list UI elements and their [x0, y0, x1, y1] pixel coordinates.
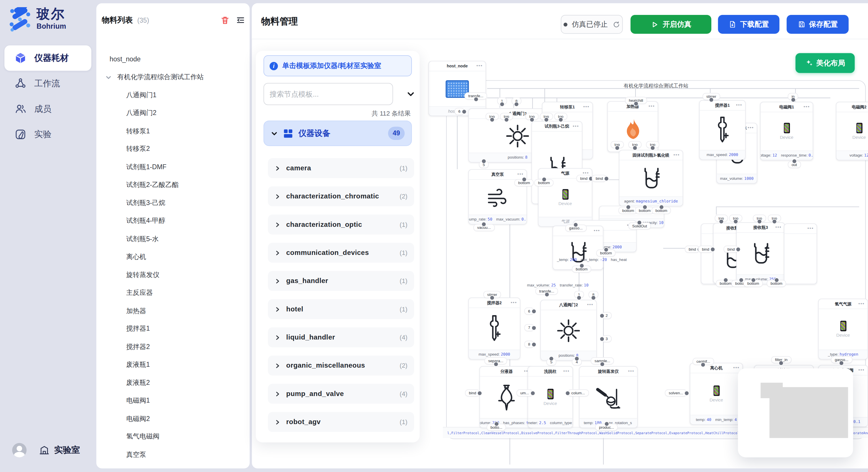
port-handle-icon[interactable] — [490, 117, 495, 122]
tree-item-1[interactable]: 八通阀门2 — [96, 104, 250, 123]
port-handle-icon[interactable] — [531, 342, 536, 347]
port-top[interactable]: top — [715, 215, 727, 221]
port-handle-icon[interactable] — [600, 336, 604, 341]
node-menu-icon[interactable]: ••• — [733, 365, 740, 370]
port-separa[interactable]: separa... — [485, 358, 507, 364]
port-handle-icon[interactable] — [473, 97, 478, 102]
port-handle-icon[interactable] — [736, 247, 741, 251]
port-handle-icon[interactable] — [632, 145, 637, 150]
tree-item-15[interactable]: 废液瓶1 — [96, 356, 250, 374]
node-电磁阀2[interactable]: 电磁阀2•••Devicevoltage:12 — [836, 102, 868, 160]
tree-item-8[interactable]: 试剂瓶5-水 — [96, 230, 250, 248]
port-top[interactable]: top — [730, 215, 742, 221]
node-搅拌器2[interactable]: 搅拌器2•••max_speed:2000 — [468, 298, 520, 360]
port-handle-icon[interactable] — [504, 117, 509, 122]
search-input[interactable] — [264, 83, 393, 105]
node-真空泵[interactable]: 真空泵•••pump_rate:50max_vacuum:0.1 — [468, 169, 527, 225]
node-menu-icon[interactable]: ••• — [804, 104, 810, 109]
port-botto[interactable]: botto... — [487, 424, 505, 430]
node-menu-icon[interactable]: ••• — [673, 152, 680, 157]
node-离心机[interactable]: 离心机•••Devicetemp:40min_temp:4 — [690, 363, 743, 425]
node-接收瓶3[interactable]: 接收瓶3•••max_volume:250 — [736, 222, 785, 284]
port-transfe[interactable]: transfe... — [536, 288, 558, 294]
port-top[interactable]: top — [611, 142, 623, 148]
port-handle-icon[interactable] — [558, 117, 563, 122]
category-gas_handler[interactable]: gas_handler(1) — [268, 271, 414, 291]
port-in[interactable]: in — [788, 94, 798, 100]
save-config-button[interactable]: 保存配置 — [786, 15, 848, 34]
port-top[interactable]: top — [768, 215, 780, 221]
tree-item-0[interactable]: 八通阀门1 — [96, 86, 250, 104]
node-menu-icon[interactable]: ••• — [858, 301, 865, 306]
port-out[interactable]: out — [788, 162, 800, 167]
port-handle-icon[interactable] — [637, 220, 642, 225]
tree-item-14[interactable]: 搅拌器2 — [96, 338, 250, 356]
port-handle-icon[interactable] — [650, 145, 655, 150]
sidebar-item-experiments[interactable]: 实验 — [4, 122, 91, 147]
port-top[interactable]: top — [753, 215, 766, 221]
port-bottom[interactable]: bottom — [636, 207, 654, 213]
node-menu-icon[interactable]: ••• — [476, 63, 483, 68]
port-handle-icon[interactable] — [575, 356, 579, 361]
port-handle-icon[interactable] — [709, 97, 714, 102]
port-6[interactable]: 6 — [525, 308, 534, 314]
port-handle-icon[interactable] — [565, 391, 570, 396]
category-pump_and_valve[interactable]: pump_and_valve(4) — [268, 384, 414, 403]
port-stirrer[interactable]: stirrer — [703, 94, 720, 100]
port-handle-icon[interactable] — [839, 361, 844, 365]
port-um[interactable]: um... — [517, 390, 532, 396]
node-menu-icon[interactable]: ••• — [594, 228, 600, 233]
delete-icon[interactable] — [220, 15, 230, 25]
node-menu-icon[interactable]: ••• — [775, 225, 782, 229]
node-menu-icon[interactable]: ••• — [572, 123, 579, 128]
port-handle-icon[interactable] — [541, 177, 547, 182]
port-handle-icon[interactable] — [529, 117, 534, 122]
tree-item-10[interactable]: 旋转蒸发仪 — [96, 266, 250, 284]
tree-item-17[interactable]: 电磁阀1 — [96, 392, 250, 410]
port-handle-icon[interactable] — [544, 292, 549, 297]
port-handle-icon[interactable] — [531, 325, 536, 330]
port-handle-icon[interactable] — [600, 313, 604, 318]
port-bind[interactable]: bind — [592, 175, 607, 181]
port-bottom[interactable]: bottom — [515, 180, 533, 186]
port-bottom[interactable]: bottom — [767, 280, 786, 286]
port-1[interactable]: 1 — [575, 291, 584, 297]
port-handle-icon[interactable] — [604, 176, 609, 181]
tree-item-20[interactable]: 真空泵 — [96, 446, 250, 464]
port-handle-icon[interactable] — [792, 159, 797, 164]
port-handle-icon[interactable] — [514, 102, 519, 107]
port-bottom[interactable]: bottom — [619, 207, 637, 213]
port-handle-icon[interactable] — [790, 97, 795, 102]
port-produc[interactable]: produc... — [596, 424, 617, 430]
port-handle-icon[interactable] — [499, 102, 504, 107]
port-handle-icon[interactable] — [719, 219, 724, 224]
port-heatchill[interactable]: heatchill — [625, 97, 646, 103]
sidebar-footer[interactable]: 实验室 — [12, 443, 80, 458]
port-handle-icon[interactable] — [600, 362, 605, 367]
port-bottom[interactable]: bottom — [535, 180, 553, 186]
node-旋转蒸发仪[interactable]: 旋转蒸发仪•••temp:180max_rotation_s — [579, 366, 638, 428]
node-menu-icon[interactable]: ••• — [649, 103, 655, 108]
port-colum[interactable]: colum... — [568, 390, 588, 396]
port-handle-icon[interactable] — [642, 205, 647, 210]
tree-item-9[interactable]: 离心机 — [96, 248, 250, 266]
port-handle-icon[interactable] — [710, 247, 715, 251]
port-5[interactable]: 5 — [547, 359, 556, 365]
port-top[interactable]: top — [647, 142, 659, 148]
port-handle-icon[interactable] — [549, 356, 554, 361]
sidebar-item-instruments[interactable]: 仪器耗材 — [4, 45, 91, 71]
port-2[interactable]: 2 — [602, 312, 611, 318]
port-bind[interactable]: bind — [699, 246, 713, 252]
port-handle-icon[interactable] — [493, 362, 498, 367]
port-3[interactable]: 3 — [602, 336, 611, 342]
port-handle-icon[interactable] — [531, 308, 536, 313]
port-sample[interactable]: sample... — [591, 358, 614, 364]
port-handle-icon[interactable] — [574, 222, 578, 227]
port-handle-icon[interactable] — [579, 263, 584, 268]
simulation-status-pill[interactable]: 仿真已停止 — [561, 15, 623, 34]
port-bind[interactable]: bind — [466, 390, 479, 396]
port-gasso[interactable]: gasso... — [832, 357, 851, 363]
category-characterization_chromatic[interactable]: characterization_chromatic(2) — [268, 187, 414, 206]
port-SolidOut[interactable]: SolidOut — [629, 223, 650, 229]
port-top[interactable]: top — [555, 113, 567, 119]
